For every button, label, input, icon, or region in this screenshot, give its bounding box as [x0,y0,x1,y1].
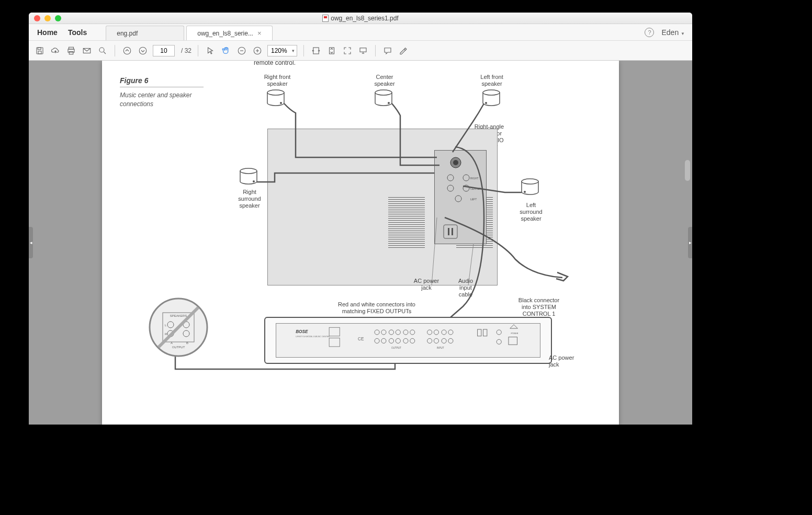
speaker-center [373,89,394,108]
svg-point-18 [463,175,469,181]
figure-divider [120,87,204,87]
svg-rect-25 [444,225,457,238]
svg-point-55 [375,330,379,335]
do-not-connect-symbol: SPEAKERS LR AB OUTPUT [147,296,210,359]
svg-point-62 [381,338,386,343]
svg-point-71 [427,338,432,343]
svg-point-63 [389,338,393,343]
read-mode-icon[interactable] [357,45,369,56]
maximize-window-button[interactable] [55,15,61,21]
music-center-receiver: BOSE LIFESTYLE MODEL 8 MUSIC CENTER CE [264,317,552,364]
help-icon[interactable]: ? [645,28,654,37]
svg-point-56 [381,330,386,335]
svg-text:LIFESTYLE MODEL 8 MUSIC CENTER: LIFESTYLE MODEL 8 MUSIC CENTER [296,336,330,338]
menu-tools[interactable]: Tools [68,28,87,37]
svg-rect-2 [38,51,41,53]
svg-point-35 [253,180,255,182]
svg-point-68 [434,330,438,335]
tab-eng-pdf[interactable]: eng.pdf [106,26,184,40]
svg-point-37 [524,191,526,193]
figure-caption: Music center and speaker connections [120,91,204,109]
svg-rect-26 [448,228,449,235]
tab-close-button[interactable]: × [253,29,262,37]
window-title: owg_en_ls8_series1.pdf [29,15,692,22]
select-tool-icon[interactable] [205,45,216,56]
document-tabs: eng.pdf owg_en_ls8_serie... × [106,24,274,40]
separator [115,45,115,56]
svg-text:CE: CE [358,337,364,341]
menubar: Home Tools eng.pdf owg_en_ls8_serie... ×… [29,24,692,41]
bose-logo: BOSE [296,329,308,334]
svg-point-60 [410,330,415,335]
svg-point-34 [240,168,257,174]
svg-text:POWER: POWER [511,333,518,335]
svg-point-73 [442,338,446,343]
svg-point-64 [396,338,400,343]
svg-rect-79 [509,337,517,345]
menu-home[interactable]: Home [37,28,58,37]
zoom-out-icon[interactable] [236,45,247,56]
chevron-down-icon: ▼ [681,31,685,36]
svg-text:CENTER: CENTER [470,187,481,190]
svg-point-30 [375,90,392,95]
page-down-icon[interactable] [137,45,149,56]
svg-point-16 [453,160,458,165]
svg-point-7 [99,48,104,52]
svg-rect-76 [483,329,487,336]
acoustimass-module: RIGHT CENTER LEFT [267,129,498,285]
page-number-input[interactable] [153,45,175,56]
pdf-page: remote control. Figure 6 Music center an… [102,61,619,425]
tab-label: owg_en_ls8_serie... [197,30,253,37]
svg-text:INPUT: INPUT [437,347,444,349]
zoom-select[interactable]: 120% [267,45,297,56]
label-left-surround: Leftsurroundspeaker [515,202,547,223]
svg-point-65 [403,338,408,343]
fit-width-icon[interactable] [310,45,322,56]
save-icon[interactable] [34,45,46,56]
label-right-surround: Rightsurroundspeaker [234,189,265,210]
svg-point-8 [123,47,131,54]
user-menu[interactable]: Eden ▼ [661,28,685,37]
svg-point-33 [485,102,487,104]
svg-rect-27 [452,228,453,235]
page-total: / 32 [181,47,191,54]
close-window-button[interactable] [34,15,40,21]
svg-point-21 [455,196,461,202]
app-window: owg_en_ls8_series1.pdf Home Tools eng.pd… [29,13,692,425]
label-right-front-speaker: Right frontspeaker [259,74,296,87]
cutoff-text: remote control. [254,61,296,66]
prohibit-output-text: OUTPUT [172,346,185,349]
toolbar: / 32 120% [29,41,692,61]
window-title-text: owg_en_ls8_series1.pdf [331,15,398,22]
print-icon[interactable] [65,45,77,56]
svg-point-36 [522,179,538,184]
tab-owg-en-ls8[interactable]: owg_en_ls8_serie... × [186,26,272,40]
fit-page-icon[interactable] [326,45,337,56]
fullscreen-icon[interactable] [342,45,353,56]
hand-tool-icon[interactable] [220,45,232,56]
sign-icon[interactable] [398,45,409,56]
comment-icon[interactable] [382,45,393,56]
svg-rect-5 [69,51,73,54]
page-up-icon[interactable] [121,45,133,56]
module-connector-panel: RIGHT CENTER LEFT [434,150,487,244]
svg-rect-1 [38,48,41,50]
scrollbar-thumb[interactable] [685,160,690,181]
svg-rect-14 [360,48,366,52]
cloud-icon[interactable] [50,45,61,56]
panel-handle-left[interactable] [29,227,33,258]
document-viewport[interactable]: remote control. Figure 6 Music center an… [29,61,692,425]
zoom-in-icon[interactable] [252,45,263,56]
label-ac-power-jack-2: AC powerjack [549,354,585,368]
minimize-window-button[interactable] [44,15,51,21]
speaker-left-front [481,89,502,108]
svg-text:B: B [186,341,188,345]
search-icon[interactable] [97,45,108,56]
svg-point-58 [396,330,400,335]
scrollbar[interactable] [684,61,691,425]
svg-point-9 [139,47,146,54]
label-red-white-connectors: Red and white connectors intomatching FI… [324,301,429,315]
label-ac-power-jack: AC powerjack [408,278,445,291]
mail-icon[interactable] [81,45,93,56]
separator [375,45,376,56]
